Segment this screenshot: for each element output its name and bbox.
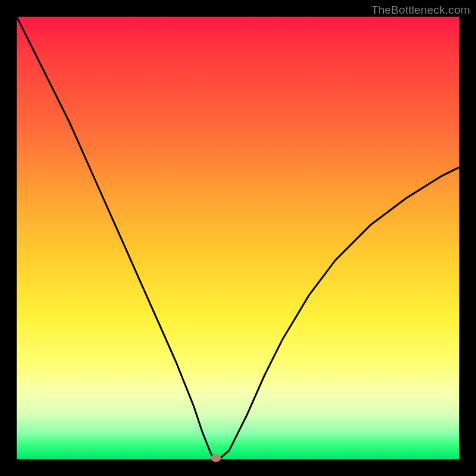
- curve-layer: [17, 17, 459, 459]
- chart-frame: TheBottleneck.com: [0, 0, 476, 476]
- plot-area: [17, 17, 459, 459]
- watermark-text: TheBottleneck.com: [371, 4, 470, 17]
- bottleneck-curve: [17, 17, 459, 458]
- min-point-marker: [211, 455, 221, 462]
